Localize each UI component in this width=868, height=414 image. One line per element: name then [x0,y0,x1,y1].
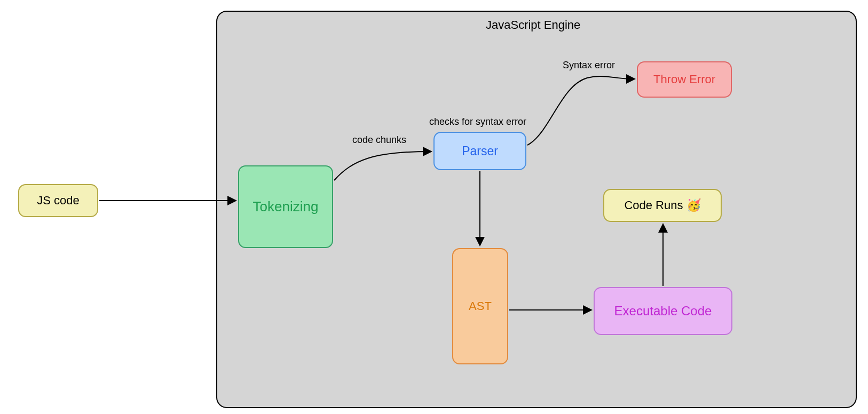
node-executable-label: Executable Code [614,304,712,319]
diagram-canvas: JavaScript Engine JS code Tokenizing Par… [0,0,868,414]
node-throw-error-label: Throw Error [653,73,715,86]
node-ast-label: AST [469,299,492,313]
node-code-runs: Code Runs 🥳 [603,189,722,222]
parser-annotation: checks for syntax error [429,116,526,128]
node-js-code: JS code [18,184,98,217]
engine-container-title: JavaScript Engine [486,18,580,32]
node-js-code-label: JS code [37,194,80,208]
node-ast: AST [452,248,508,364]
node-parser: Parser [433,132,526,170]
node-throw-error: Throw Error [637,61,732,98]
node-executable: Executable Code [594,287,732,335]
node-tokenizing: Tokenizing [238,165,333,248]
node-parser-label: Parser [462,144,498,158]
node-code-runs-label: Code Runs 🥳 [624,198,700,212]
edge-syntax-error-label: Syntax error [563,60,615,71]
edge-code-chunks-label: code chunks [352,134,406,146]
node-tokenizing-label: Tokenizing [253,198,319,215]
